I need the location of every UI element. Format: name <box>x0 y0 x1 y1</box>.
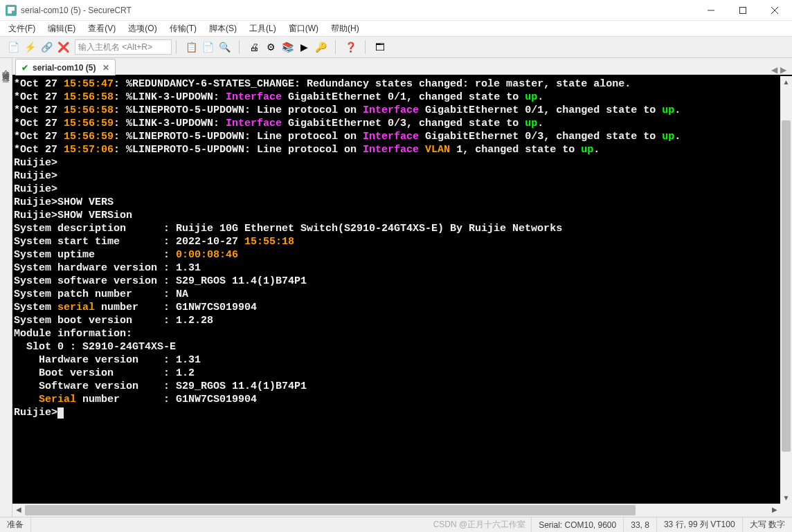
menu-view[interactable]: 查看(V) <box>82 21 121 36</box>
terminal-text: . <box>593 144 600 156</box>
terminal-text: Serial <box>39 394 76 405</box>
terminal-text: 0:00:08:46 <box>176 249 238 261</box>
terminal-text: . <box>537 118 543 129</box>
quick-connect-icon: ⚡ <box>24 42 36 52</box>
terminal-text: 15:56:58 <box>64 104 114 116</box>
terminal-text: . <box>674 104 681 116</box>
menu-transfer[interactable]: 传输(T) <box>164 21 202 36</box>
terminal-text: up <box>662 131 674 143</box>
window-maximize-button[interactable] <box>727 0 759 21</box>
menu-window[interactable]: 窗口(W) <box>283 21 324 36</box>
terminal-text: Boot version : 1.2 <box>14 367 195 379</box>
tb-new-session[interactable]: 📄 <box>6 39 21 55</box>
tb-connect-sftp[interactable]: 🔗 <box>39 39 54 55</box>
terminal-text: System start time : 2022-10-27 <box>14 236 244 248</box>
tb-options[interactable]: ⚙ <box>263 39 278 55</box>
copy-icon: 📋 <box>186 42 197 52</box>
terminal-text: serial <box>57 302 95 313</box>
terminal-text: 15:56:59 <box>64 118 114 129</box>
terminal-text: System patch number : NA <box>14 288 188 300</box>
find-icon: 🔍 <box>219 42 231 52</box>
scroll-thumb-vertical[interactable] <box>782 120 791 452</box>
terminal-text: *Oct 27 <box>14 118 64 129</box>
session-manager-strip[interactable]: 会话管理器 <box>0 58 12 517</box>
tb-print[interactable]: 🖨 <box>246 39 262 55</box>
app-icon <box>6 5 17 16</box>
tb-quick-connect[interactable]: ⚡ <box>22 39 37 55</box>
terminal-text: number : G1NW7CS019904 <box>76 394 257 405</box>
terminal-text: up <box>662 104 674 116</box>
toggle-icon: 🗔 <box>375 42 385 52</box>
terminal-text: Module information: <box>14 328 132 340</box>
terminal-text: number : G1NW7CS019904 <box>95 302 257 313</box>
terminal-text: Interface <box>226 118 282 129</box>
terminal-text: System hardware version : 1.31 <box>14 262 201 274</box>
scrollbar-horizontal[interactable]: ◀ ▶ <box>12 504 780 517</box>
terminal-text: System description : Ruijie 10G Ethernet… <box>14 223 562 235</box>
scroll-right-icon[interactable]: ▶ <box>768 504 780 515</box>
status-connection: Serial: COM10, 9600 <box>531 517 623 532</box>
session-manager-label: 会话管理器 <box>1 64 11 71</box>
reconnect-icon: ❌ <box>57 42 69 52</box>
terminal-text: GigabitEthernet 0/3, changed state to <box>282 118 525 129</box>
scroll-left-icon[interactable]: ◀ <box>12 504 24 515</box>
terminal-cursor <box>57 407 64 419</box>
tb-paste[interactable]: 📄 <box>200 39 215 55</box>
terminal-text: up <box>525 91 537 103</box>
terminal-text: 15:57:06 <box>64 144 114 156</box>
terminal-text: Ruijie> <box>14 157 57 169</box>
menu-tools[interactable]: 工具(L) <box>244 21 282 36</box>
terminal-text: 15:55:47 <box>64 78 114 90</box>
window-minimize-button[interactable] <box>695 0 727 21</box>
terminal-text: GigabitEthernet 0/1, changed state to <box>419 104 662 116</box>
terminal-text: . <box>674 131 681 143</box>
menu-file[interactable]: 文件(F) <box>3 21 41 36</box>
terminal-text: : %LINEPROTO-5-UPDOWN: Line protocol on <box>114 144 363 156</box>
scroll-thumb-horizontal[interactable] <box>25 505 636 515</box>
terminal-text: Interface <box>363 131 419 143</box>
tb-keymap[interactable]: 🔑 <box>313 39 328 55</box>
terminal-output[interactable]: *Oct 27 15:55:47: %REDUNDANCY-6-STATES_C… <box>12 76 792 517</box>
menu-help[interactable]: 帮助(H) <box>325 21 365 36</box>
svg-rect-0 <box>740 7 746 13</box>
terminal-text: 15:56:59 <box>64 131 114 143</box>
status-size: 33 行, 99 列 VT100 <box>656 517 742 532</box>
help-icon: ❓ <box>345 42 357 52</box>
tb-reconnect[interactable]: ❌ <box>55 39 71 55</box>
status-caps: 大写 数字 <box>742 517 792 532</box>
terminal-text: up <box>581 144 593 156</box>
terminal-text: VLAN <box>419 144 450 156</box>
tab-connected-icon: ✔ <box>21 63 28 73</box>
terminal-pane[interactable]: *Oct 27 15:55:47: %REDUNDANCY-6-STATES_C… <box>12 76 792 517</box>
scroll-up-icon[interactable]: ▲ <box>780 76 792 88</box>
tb-find[interactable]: 🔍 <box>217 39 232 55</box>
tab-scroll-right-icon[interactable]: ▶ <box>780 65 786 75</box>
tab-strip: ✔ serial-com10 (5) ✕ ◀ ▶ <box>12 58 792 76</box>
terminal-text: *Oct 27 <box>14 91 64 103</box>
tb-script[interactable]: ▶ <box>296 39 312 55</box>
tb-toggle[interactable]: 🗔 <box>372 39 388 55</box>
terminal-text: Ruijie> <box>14 170 57 182</box>
tb-sessions[interactable]: 📚 <box>280 39 295 55</box>
host-input[interactable]: 输入主机名 <Alt+R> <box>75 39 172 55</box>
terminal-text: Interface <box>363 144 419 156</box>
watermark-text: CSDN @正月十六工作室 <box>428 519 532 531</box>
menu-edit[interactable]: 编辑(E) <box>42 21 81 36</box>
tab-serial-com10[interactable]: ✔ serial-com10 (5) ✕ <box>15 59 116 75</box>
window-close-button[interactable] <box>759 0 791 21</box>
scroll-down-icon[interactable]: ▼ <box>780 492 792 504</box>
tb-help[interactable]: ❓ <box>343 39 358 55</box>
tab-close-icon[interactable]: ✕ <box>102 63 109 73</box>
status-bar: 准备 CSDN @正月十六工作室 Serial: COM10, 9600 33,… <box>0 517 792 532</box>
tb-copy[interactable]: 📋 <box>183 39 199 55</box>
scrollbar-vertical[interactable]: ▲ ▼ <box>780 76 792 504</box>
terminal-text: System uptime : <box>14 249 176 261</box>
terminal-text: Ruijie> <box>14 183 57 195</box>
terminal-text: *Oct 27 <box>14 131 64 143</box>
terminal-text <box>14 394 39 405</box>
terminal-text: . <box>537 91 543 103</box>
tab-scroll-left-icon[interactable]: ◀ <box>771 65 777 75</box>
menu-script[interactable]: 脚本(S) <box>204 21 242 36</box>
print-icon: 🖨 <box>249 42 259 52</box>
menu-options[interactable]: 选项(O) <box>123 21 162 36</box>
